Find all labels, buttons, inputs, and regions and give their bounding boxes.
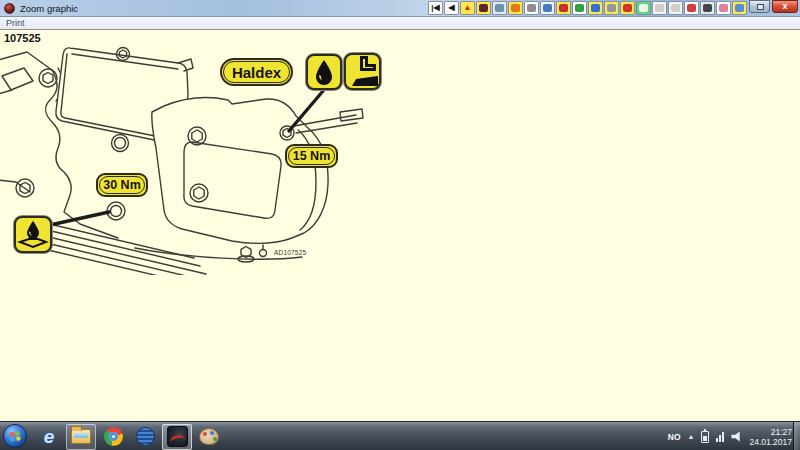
nav-back-icon[interactable]: ◀	[444, 1, 459, 15]
restore-button[interactable]	[749, 0, 770, 13]
oil-fill-icon	[14, 216, 52, 253]
chrome-icon	[104, 427, 123, 446]
show-desktop-button[interactable]	[793, 422, 800, 450]
hidden-icons-button[interactable]: ▲	[688, 433, 695, 440]
screen: Zoom graphic |◀◀▲ x Print 107525	[0, 0, 800, 450]
seat-icon[interactable]	[684, 1, 699, 15]
clock-time: 21:27	[749, 427, 792, 437]
start-button[interactable]	[3, 424, 27, 448]
tool-icon[interactable]	[604, 1, 619, 15]
torque-30-text: 30 Nm	[103, 178, 141, 192]
haldex-label: Haldex	[220, 58, 293, 86]
machine-icon[interactable]	[588, 1, 603, 15]
taskbar-chrome-button[interactable]	[98, 424, 128, 450]
titlebar: Zoom graphic |◀◀▲ x	[0, 0, 800, 17]
volume-icon[interactable]	[731, 432, 742, 442]
printer-icon[interactable]	[636, 1, 651, 15]
wiring-icon[interactable]	[556, 1, 571, 15]
torque-label-15nm: 15 Nm	[285, 144, 338, 168]
diagnostics-icon[interactable]	[540, 1, 555, 15]
torque-15-text: 15 Nm	[293, 149, 331, 163]
clock[interactable]: 21:27 24.01.2017	[749, 427, 792, 447]
paint-icon	[199, 428, 219, 445]
taskbar-explorer-button[interactable]	[66, 424, 96, 450]
tire-icon[interactable]	[524, 1, 539, 15]
oil-channel-icon	[344, 53, 381, 90]
drawing-reference: AD107525	[274, 249, 306, 256]
menu-print[interactable]: Print	[0, 18, 31, 28]
window-title: Zoom graphic	[20, 3, 78, 14]
disabled-icon-1[interactable]	[652, 1, 667, 15]
warning-icon[interactable]: ▲	[460, 1, 475, 15]
folder-icon	[71, 429, 91, 444]
network-icon[interactable]	[716, 431, 724, 442]
menubar: Print	[0, 17, 800, 30]
vehicle-red-icon[interactable]	[620, 1, 635, 15]
taskbar-paint-button[interactable]	[194, 424, 224, 450]
tools-icon[interactable]	[492, 1, 507, 15]
app-icon	[4, 3, 15, 14]
window-controls: x	[749, 0, 798, 13]
haldex-label-text: Haldex	[232, 64, 281, 81]
system-tray: NO ▲ 21:27 24.01.2017	[668, 422, 792, 450]
toolbar: |◀◀▲	[428, 1, 747, 16]
windows-logo-icon	[9, 431, 20, 441]
torque-label-30nm: 30 Nm	[96, 173, 148, 197]
oil-drop-icon	[306, 54, 342, 90]
taskbar-globe-button[interactable]	[130, 424, 160, 450]
vehicle-blue-icon[interactable]	[732, 1, 747, 15]
graphic-icon[interactable]	[476, 1, 491, 15]
battery-icon[interactable]	[701, 431, 709, 443]
disabled-icon-2[interactable]	[668, 1, 683, 15]
steering-icon[interactable]	[700, 1, 715, 15]
vida-app-icon	[167, 426, 188, 447]
haldex-unit	[152, 98, 363, 262]
globe-icon	[136, 427, 155, 446]
timer-icon[interactable]	[508, 1, 523, 15]
taskbar-icons: e	[34, 423, 226, 450]
close-button[interactable]: x	[772, 0, 798, 13]
language-indicator[interactable]: NO	[668, 432, 681, 442]
lift-icon[interactable]	[572, 1, 587, 15]
clock-date: 24.01.2017	[749, 437, 792, 447]
restore-icon	[757, 4, 764, 10]
graphic-canvas: 107525	[0, 30, 800, 421]
taskbar-active-app-button[interactable]	[162, 424, 192, 450]
taskbar: e NO ▲ 21:27 24.01.2017	[0, 421, 800, 450]
airbag-icon[interactable]	[716, 1, 731, 15]
nav-first-icon[interactable]: |◀	[428, 1, 443, 15]
ie-icon: e	[44, 427, 55, 446]
taskbar-ie-button[interactable]: e	[34, 424, 64, 450]
